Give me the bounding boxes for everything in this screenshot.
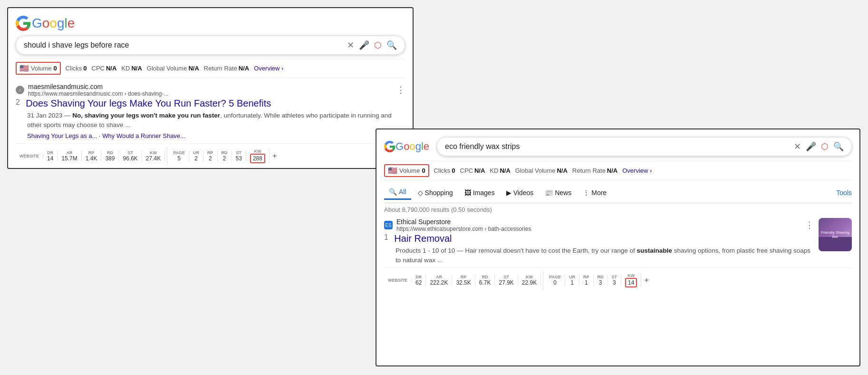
mc-kw-1: KW 27.4K — [142, 150, 165, 162]
more-icon-2[interactable]: ⋮ — [805, 220, 814, 230]
rr-value-1: N/A — [239, 65, 249, 72]
tab-images-icon-2: 🖼 — [464, 189, 471, 197]
site-url-1: https://www.maesmilesandmusic.com › does… — [28, 90, 168, 97]
mc2-st-value: 27.9K — [499, 279, 513, 286]
result-date-1: 31 Jan 2023 — [27, 112, 62, 119]
cpc-label-1: CPC — [92, 65, 105, 72]
result-snippet-2: Products 1 - 10 of 10 — Hair removal doe… — [395, 246, 814, 266]
mc2-dr-value: 62 — [415, 279, 422, 286]
seo-bar-2: 🇺🇸 Volume 0 Clicks 0 CPC N/A KD N/A Glob… — [384, 161, 852, 180]
result-title-1[interactable]: Does Shaving Your legs Make You Run Fast… — [26, 98, 271, 109]
cpc-label-2: CPC — [460, 167, 473, 174]
tab-news-icon-2: 📰 — [545, 189, 553, 197]
clicks-value-1: 0 — [83, 65, 87, 72]
kd-value-1: N/A — [131, 65, 142, 72]
mc-ur-label-1: UR — [193, 150, 199, 155]
mc-rd2-label-1: RD — [222, 150, 228, 155]
tab-shopping-2[interactable]: ◇ Shopping — [413, 186, 458, 199]
lens-icon-1[interactable]: ⬡ — [374, 40, 382, 50]
result-link-1a[interactable]: Shaving Your Legs as a... — [27, 132, 97, 139]
more-icon-1[interactable]: ⋮ — [396, 85, 405, 95]
nav-tabs-2: 🔍 All ◇ Shopping 🖼 Images ▶ Videos 📰 New… — [384, 185, 852, 203]
volume-value-1: 0 — [53, 65, 57, 72]
mc2-dr: DR 62 — [412, 275, 426, 286]
mc2-kw2-value: 14 — [625, 278, 637, 287]
mc-kw2-value-1: 288 — [250, 154, 265, 163]
search-submit-icon-1[interactable]: 🔍 — [386, 40, 397, 50]
mc-rp2-label-1: RP — [207, 150, 213, 155]
mc-rd-1: RD 389 — [101, 150, 119, 162]
mic-icon-2[interactable]: 🎤 — [806, 141, 816, 152]
mc-st2-label-1: ST — [236, 150, 241, 155]
tab-all-2[interactable]: 🔍 All — [384, 185, 411, 200]
seo-bar-1: 🇺🇸 Volume 0 Clicks 0 CPC N/A KD N/A Glob… — [16, 59, 405, 78]
clear-icon-2[interactable]: ✕ — [794, 141, 801, 152]
plus-button-1[interactable]: + — [272, 152, 277, 160]
mc-page-label-1: PAGE — [173, 150, 185, 155]
gv-value-1: N/A — [188, 65, 199, 72]
mc-ar-1: AR 15.7M — [58, 150, 81, 162]
site-name-2: Ethical Superstore — [396, 218, 531, 226]
search-input-2[interactable]: eco friendly wax strips — [445, 142, 794, 151]
tab-videos-2[interactable]: ▶ Videos — [502, 186, 539, 199]
rr-label-2: Return Rate — [572, 167, 606, 174]
rr-label-1: Return Rate — [204, 65, 237, 72]
tab-images-label-2: Images — [473, 189, 495, 197]
favicon-2: ES — [384, 221, 393, 229]
window-1: Google should i shave legs before race ✕… — [7, 7, 414, 169]
rr-metric-2: Return Rate N/A — [572, 167, 617, 174]
flag-icon-1: 🇺🇸 — [19, 64, 29, 73]
gv-label-1: Global Volume — [147, 65, 187, 72]
search-submit-icon-2[interactable]: 🔍 — [833, 141, 844, 152]
kd-value-2: N/A — [500, 167, 510, 174]
tab-all-icon-2: 🔍 — [389, 188, 397, 196]
flag-icon-2: 🇺🇸 — [388, 166, 397, 175]
mc-rd2-value-1: 2 — [223, 155, 226, 162]
mc-rp2-1: RP 2 — [203, 150, 218, 162]
separator-2 — [543, 271, 543, 290]
metrics-row-1: WEBSITE DR 14 AR 15.7M RP 1.4K RD 389 ST… — [16, 143, 405, 166]
search-icons-2: ✕ 🎤 ⬡ 🔍 — [794, 141, 844, 152]
overview-link-2[interactable]: Overview › — [622, 167, 652, 174]
mc2-kw2: KW 14 — [621, 273, 641, 287]
clicks-metric-2: Clicks 0 — [434, 167, 455, 174]
result-title-2[interactable]: Hair Removal — [394, 233, 452, 244]
mc2-st2-label: ST — [612, 275, 617, 279]
result-link-1b[interactable]: Why Would a Runner Shave... — [102, 132, 185, 139]
tab-shopping-icon-2: ◇ — [418, 189, 423, 197]
search-input-1[interactable]: should i shave legs before race — [24, 41, 347, 49]
mc-ur-value-1: 2 — [194, 155, 198, 162]
google-logo-2: Google — [384, 140, 429, 153]
mc2-rd2-label: RD — [598, 275, 604, 279]
google-text-o2: o — [49, 16, 57, 31]
clicks-label-1: Clicks — [66, 65, 82, 72]
mc-st2-value-1: 53 — [236, 155, 242, 162]
lens-icon-2[interactable]: ⬡ — [821, 141, 829, 152]
tab-shopping-label-2: Shopping — [425, 189, 453, 197]
window-2: Google eco friendly wax strips ✕ 🎤 ⬡ 🔍 🇺… — [376, 128, 860, 366]
kd-label-1: KD — [121, 65, 130, 72]
mc-st2-1: ST 53 — [232, 150, 246, 162]
tab-more-label-2: More — [591, 189, 607, 197]
favicon-1: ♪ — [16, 86, 24, 94]
mc2-st: ST 27.9K — [495, 275, 518, 286]
gv-label-2: Global Volume — [515, 167, 556, 174]
mc-kw-label-1: KW — [150, 150, 157, 155]
mic-icon-1[interactable]: 🎤 — [359, 40, 369, 50]
tab-more-2[interactable]: ⋮ More — [578, 186, 611, 199]
result-snippet-bold-1: No, shaving your legs won't make you run… — [72, 112, 220, 119]
plus-button-2[interactable]: + — [644, 276, 648, 285]
tools-button-2[interactable]: Tools — [836, 189, 852, 197]
google-text-g: G — [32, 16, 42, 31]
mc2-rd: RD 6.7K — [475, 275, 495, 286]
tab-images-2[interactable]: 🖼 Images — [460, 186, 500, 199]
tab-news-2[interactable]: 📰 News — [540, 186, 576, 199]
search-bar-2: eco friendly wax strips ✕ 🎤 ⬡ 🔍 — [437, 137, 852, 156]
search-bar-1: should i shave legs before race ✕ 🎤 ⬡ 🔍 — [16, 36, 405, 55]
clear-icon-1[interactable]: ✕ — [347, 40, 354, 50]
site-info-2: Ethical Superstore https://www.ethicalsu… — [396, 218, 531, 232]
google-text-g2: g — [57, 16, 65, 31]
mc2-dr-label: DR — [415, 275, 422, 279]
volume-label-1: Volume — [31, 65, 51, 72]
overview-link-1[interactable]: Overview › — [254, 65, 283, 72]
